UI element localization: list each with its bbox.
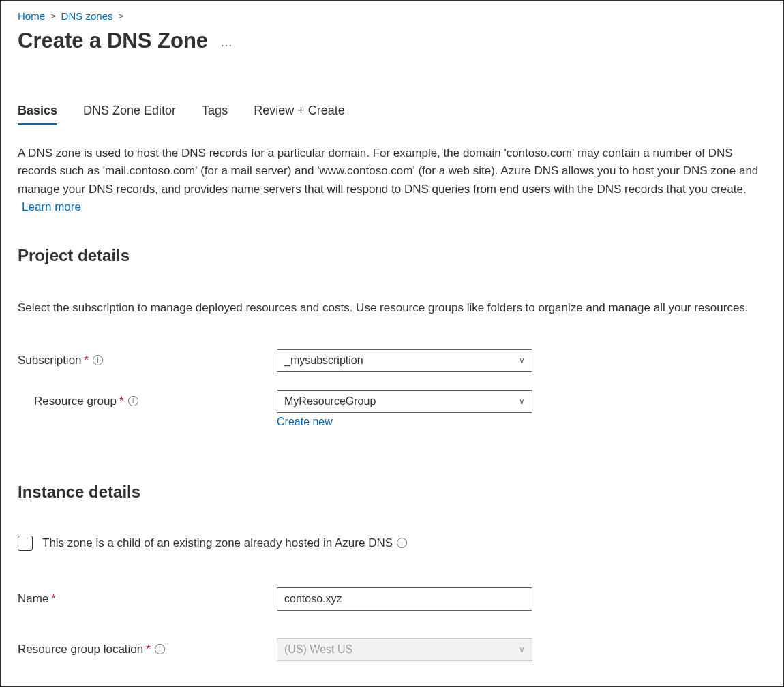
location-label: Resource group location * i	[18, 643, 277, 656]
project-details-heading: Project details	[18, 246, 766, 265]
info-icon[interactable]: i	[155, 644, 165, 654]
child-zone-label: This zone is a child of an existing zone…	[42, 536, 407, 550]
info-icon[interactable]: i	[93, 355, 103, 365]
name-row: Name *	[18, 587, 766, 611]
name-label: Name *	[18, 592, 277, 606]
tab-dns-zone-editor[interactable]: DNS Zone Editor	[83, 104, 176, 125]
required-asterisk: *	[85, 354, 89, 367]
more-actions-icon[interactable]: …	[220, 35, 233, 50]
breadcrumb: Home > DNS zones >	[18, 7, 766, 26]
name-input[interactable]	[277, 587, 532, 611]
tab-tags[interactable]: Tags	[202, 104, 228, 125]
instance-details-heading: Instance details	[18, 483, 766, 502]
tab-basics[interactable]: Basics	[18, 104, 57, 125]
resource-group-label: Resource group * i	[18, 395, 277, 408]
resource-group-value: MyResourceGroup	[284, 395, 376, 408]
info-icon[interactable]: i	[128, 396, 138, 406]
page-title: Create a DNS Zone	[18, 29, 208, 53]
subscription-control: _mysubscription ∨	[277, 349, 532, 372]
location-dropdown: (US) West US ∨	[277, 638, 532, 661]
location-value: (US) West US	[284, 643, 352, 656]
location-control: (US) West US ∨	[277, 638, 532, 661]
create-new-link[interactable]: Create new	[277, 416, 333, 428]
create-new-row: Create new	[18, 416, 766, 428]
subscription-label: Subscription * i	[18, 354, 277, 367]
required-asterisk: *	[146, 643, 151, 656]
child-zone-checkbox[interactable]	[18, 536, 33, 551]
breadcrumb-home[interactable]: Home	[18, 10, 45, 22]
subscription-dropdown[interactable]: _mysubscription ∨	[277, 349, 532, 372]
chevron-down-icon: ∨	[519, 397, 525, 406]
subscription-value: _mysubscription	[284, 354, 363, 367]
chevron-down-icon: ∨	[519, 645, 525, 654]
name-control	[277, 587, 532, 611]
learn-more-link[interactable]: Learn more	[22, 200, 81, 213]
page-title-row: Create a DNS Zone …	[18, 26, 766, 59]
resource-group-control: MyResourceGroup ∨	[277, 390, 532, 413]
chevron-right-icon: >	[50, 11, 56, 21]
info-icon[interactable]: i	[397, 538, 407, 548]
resource-group-dropdown[interactable]: MyResourceGroup ∨	[277, 390, 532, 413]
breadcrumb-dns-zones[interactable]: DNS zones	[61, 10, 113, 22]
project-details-form: Subscription * i _mysubscription ∨ Resou…	[18, 349, 766, 428]
project-details-description: Select the subscription to manage deploy…	[18, 299, 766, 317]
instance-details-form: Name * Resource group location * i (US) …	[18, 587, 766, 661]
chevron-right-icon: >	[118, 11, 123, 21]
intro-description: A DNS zone is used to host the DNS recor…	[18, 144, 766, 216]
resource-group-row: Resource group * i MyResourceGroup ∨	[18, 390, 766, 413]
tabs: Basics DNS Zone Editor Tags Review + Cre…	[18, 104, 766, 125]
required-asterisk: *	[119, 395, 124, 408]
tab-review-create[interactable]: Review + Create	[254, 104, 345, 125]
location-row: Resource group location * i (US) West US…	[18, 638, 766, 661]
intro-text: A DNS zone is used to host the DNS recor…	[18, 147, 758, 196]
subscription-row: Subscription * i _mysubscription ∨	[18, 349, 766, 372]
chevron-down-icon: ∨	[519, 356, 525, 365]
child-zone-row: This zone is a child of an existing zone…	[18, 536, 766, 551]
required-asterisk: *	[51, 592, 56, 606]
